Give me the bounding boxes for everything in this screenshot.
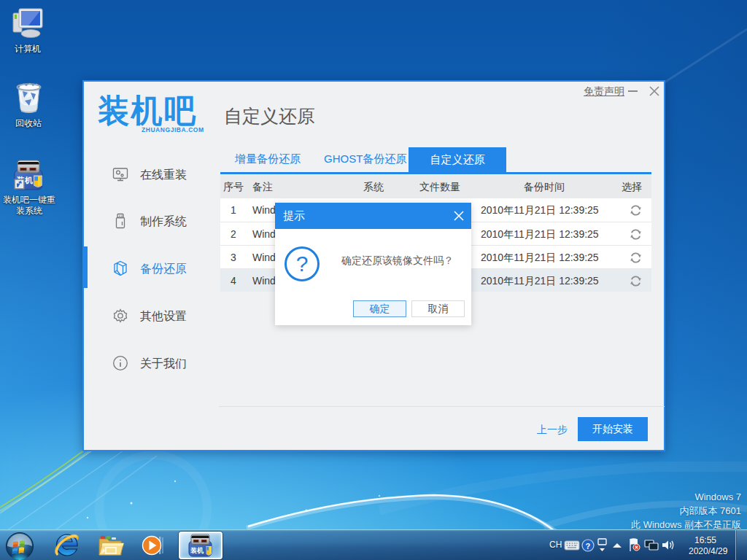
svg-text:装机: 装机 <box>190 547 204 554</box>
svg-text:?: ? <box>586 542 591 551</box>
